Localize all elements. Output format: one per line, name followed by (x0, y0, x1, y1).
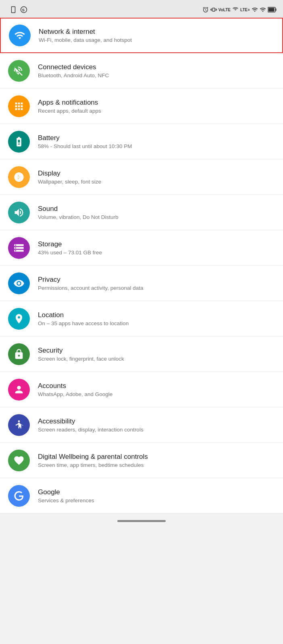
settings-item-security[interactable]: SecurityScreen lock, fingerprint, face u… (0, 336, 283, 372)
bottom-bar (0, 514, 283, 528)
wellbeing-icon (8, 450, 30, 471)
security-icon (8, 343, 30, 365)
svg-text:S: S (22, 8, 25, 12)
settings-list: Network & internetWi-Fi, mobile, data us… (0, 18, 283, 514)
display-subtitle: Wallpaper, sleep, font size (38, 179, 275, 185)
privacy-title: Privacy (38, 276, 275, 284)
sound-subtitle: Volume, vibration, Do Not Disturb (38, 214, 275, 220)
sound-title: Sound (38, 205, 275, 213)
battery-icon (8, 131, 30, 153)
security-subtitle: Screen lock, fingerprint, face unlock (38, 356, 275, 362)
settings-item-network[interactable]: Network & internetWi-Fi, mobile, data us… (0, 18, 283, 53)
privacy-icon (8, 272, 30, 294)
network-title: Network & internet (39, 28, 274, 36)
location-subtitle: On – 35 apps have access to location (38, 320, 275, 326)
google-icon (8, 485, 30, 507)
signal2-icon (260, 6, 266, 13)
screenshot-icon (10, 6, 17, 13)
google-title: Google (38, 488, 275, 496)
volte-icon: VoLTE (218, 8, 231, 12)
accessibility-subtitle: Screen readers, display, interaction con… (38, 427, 275, 433)
apps-subtitle: Recent apps, default apps (38, 108, 275, 114)
settings-item-display[interactable]: DisplayWallpaper, sleep, font size (0, 159, 283, 195)
wellbeing-title: Digital Wellbeing & parental controls (38, 453, 275, 461)
display-title: Display (38, 169, 275, 178)
storage-icon (8, 237, 30, 259)
apps-title: Apps & notifications (38, 99, 275, 107)
storage-title: Storage (38, 240, 275, 248)
status-right: VoLTE LTE+ (202, 6, 277, 13)
settings-item-accounts[interactable]: AccountsWhatsApp, Adobe, and Google (0, 372, 283, 407)
status-bar: S VoLTE LTE+ (0, 0, 283, 18)
wifi-icon (9, 25, 31, 46)
settings-item-accessibility[interactable]: AccessibilityScreen readers, display, in… (0, 407, 283, 443)
storage-subtitle: 43% used – 73.01 GB free (38, 250, 275, 256)
network-subtitle: Wi-Fi, mobile, data usage, and hotspot (39, 37, 274, 43)
settings-item-location[interactable]: LocationOn – 35 apps have access to loca… (0, 301, 283, 336)
settings-item-wellbeing[interactable]: Digital Wellbeing & parental controlsScr… (0, 443, 283, 478)
apps-icon (8, 95, 30, 117)
status-left: S (6, 6, 27, 13)
privacy-subtitle: Permissions, account activity, personal … (38, 285, 275, 291)
accessibility-icon (8, 414, 30, 436)
security-title: Security (38, 347, 275, 355)
settings-item-apps[interactable]: Apps & notificationsRecent apps, default… (0, 89, 283, 124)
settings-item-storage[interactable]: Storage43% used – 73.01 GB free (0, 230, 283, 266)
home-indicator (117, 520, 166, 522)
google-subtitle: Services & preferences (38, 497, 275, 504)
signal1-icon (252, 6, 258, 13)
accounts-title: Accounts (38, 382, 275, 390)
connected-icon (8, 60, 30, 82)
svg-rect-4 (268, 8, 275, 12)
connected-subtitle: Bluetooth, Android Auto, NFC (38, 72, 275, 78)
connected-title: Connected devices (38, 63, 275, 71)
shazam-icon: S (20, 6, 27, 13)
settings-item-battery[interactable]: Battery58% - Should last until about 10:… (0, 124, 283, 159)
svg-rect-3 (276, 8, 277, 11)
vibrate-icon (210, 6, 217, 13)
battery-icon (268, 7, 277, 12)
accessibility-title: Accessibility (38, 417, 275, 425)
location-icon (8, 308, 30, 330)
hotspot-icon (232, 6, 239, 13)
location-title: Location (38, 311, 275, 319)
settings-item-privacy[interactable]: PrivacyPermissions, account activity, pe… (0, 266, 283, 301)
svg-point-5 (18, 420, 20, 422)
lte-icon: LTE+ (240, 8, 250, 12)
accounts-icon (8, 379, 30, 400)
alarm-icon (202, 6, 209, 13)
display-icon (8, 166, 30, 188)
settings-item-connected[interactable]: Connected devicesBluetooth, Android Auto… (0, 53, 283, 89)
wellbeing-subtitle: Screen time, app timers, bedtime schedul… (38, 462, 275, 468)
settings-item-google[interactable]: GoogleServices & preferences (0, 478, 283, 514)
sound-icon (8, 202, 30, 223)
accounts-subtitle: WhatsApp, Adobe, and Google (38, 391, 275, 397)
settings-item-sound[interactable]: SoundVolume, vibration, Do Not Disturb (0, 195, 283, 230)
battery-title: Battery (38, 134, 275, 142)
battery-subtitle: 58% - Should last until about 10:30 PM (38, 143, 275, 149)
